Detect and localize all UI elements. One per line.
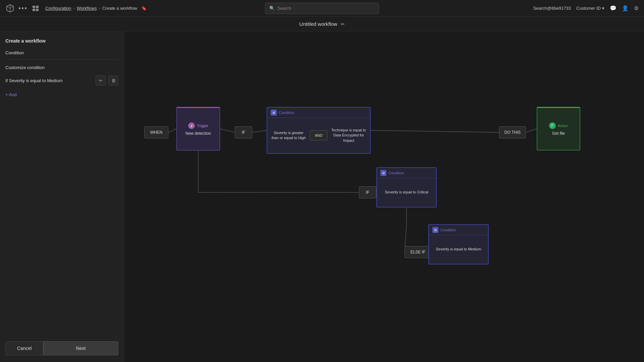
next-button[interactable]: Next	[43, 341, 118, 355]
bookmark-icon[interactable]: 🔖	[141, 6, 147, 11]
sidebar: Create a workflow Condition Customize co…	[0, 32, 124, 362]
nav-customer-id[interactable]: Customer ID ▾	[576, 6, 604, 11]
svg-line-6	[252, 130, 267, 132]
page-title: Untitled workflow	[299, 21, 337, 27]
condition-icon-3: ⚙	[432, 227, 438, 233]
condition-box-1[interactable]: ⚙ Condition Severity is greater than or …	[267, 107, 371, 154]
breadcrumb: Configuration › Workflows › Create a wor…	[45, 6, 147, 11]
if-label-1: IF	[242, 130, 246, 135]
condition-text: If Severity is equal to Medium	[5, 78, 63, 83]
trigger-content: New detection	[185, 131, 211, 136]
condition-text-1a: Severity is greater than or equal to Hig…	[270, 130, 307, 141]
nav-user[interactable]: Search@6be91733	[533, 6, 571, 11]
sidebar-condition-heading: Condition	[5, 50, 118, 60]
action-content: Get file	[552, 131, 565, 136]
main-layout: Create a workflow Condition Customize co…	[0, 32, 644, 362]
if-node-1[interactable]: IF	[235, 126, 252, 138]
and-node-1: AND	[310, 130, 327, 140]
settings-icon[interactable]: ⚙	[634, 5, 639, 11]
search-placeholder: Search	[277, 6, 291, 11]
delete-condition-button[interactable]: 🗑	[108, 75, 118, 85]
sidebar-customize-heading: Customize condition	[5, 65, 118, 70]
trigger-icon: ⚡	[188, 122, 195, 129]
search-bar[interactable]: 🔍 Search	[265, 3, 379, 14]
svg-rect-0	[33, 6, 35, 8]
svg-line-5	[220, 129, 235, 132]
else-if-label: ELSE IF	[411, 250, 426, 254]
workflow-canvas[interactable]: WHEN ⚡ Trigger New detection IF ⚙ Condit…	[124, 32, 644, 362]
sidebar-footer: Cancel Next	[5, 341, 118, 355]
condition-box-3[interactable]: ⚙ Condition Severity is equal to Medium	[428, 224, 489, 264]
trigger-node[interactable]: ⚡ Trigger New detection	[176, 107, 220, 150]
condition-actions: ✏ 🗑	[96, 75, 118, 85]
do-this-label: DO THIS	[504, 130, 521, 135]
breadcrumb-workflows[interactable]: Workflows	[77, 6, 97, 11]
top-nav: Configuration › Workflows › Create a wor…	[0, 0, 644, 17]
breadcrumb-current: Create a workflow	[102, 6, 137, 11]
condition-content-2: Severity is equal to Critical	[377, 178, 436, 206]
condition-row: If Severity is equal to Medium ✏ 🗑	[5, 75, 118, 85]
condition-text-3: Severity is equal to Medium	[432, 247, 485, 252]
action-node[interactable]: F Action Get file	[537, 107, 580, 150]
condition-icon-1: ⚙	[271, 110, 277, 116]
page-title-bar: Untitled workflow ✏	[0, 17, 644, 32]
nav-right: Search@6be91733 Customer ID ▾ 💬 👤 ⚙	[533, 5, 639, 11]
condition-label-2: Condition	[388, 171, 404, 175]
condition-content-1: Severity is greater than or equal to Hig…	[267, 118, 370, 153]
trigger-label: Trigger	[197, 124, 208, 128]
and-link[interactable]: + And	[5, 92, 118, 97]
condition-header-2: ⚙ Condition	[377, 168, 436, 178]
condition-text-1b: Technique is equal to Data Encrypted for…	[330, 128, 367, 143]
sidebar-title: Create a workflow	[5, 38, 118, 44]
edit-title-icon[interactable]: ✏	[341, 21, 345, 27]
condition-label-3: Condition	[440, 228, 456, 232]
condition-label-1: Condition	[279, 111, 294, 115]
if-label-2: IF	[366, 190, 370, 195]
svg-line-4	[168, 129, 176, 132]
condition-box-2[interactable]: ⚙ Condition Severity is equal to Critica…	[376, 167, 437, 207]
messages-icon[interactable]: 💬	[610, 5, 616, 11]
condition-content-3: Severity is equal to Medium	[429, 235, 488, 263]
else-if-node[interactable]: ELSE IF	[405, 246, 431, 258]
do-this-node[interactable]: DO THIS	[499, 126, 526, 138]
svg-rect-1	[36, 6, 39, 8]
if-node-2[interactable]: IF	[359, 186, 376, 198]
svg-line-8	[526, 129, 537, 132]
nav-dots[interactable]	[19, 7, 26, 9]
nav-grid-icon[interactable]	[31, 4, 41, 12]
svg-line-7	[371, 130, 499, 132]
logo-icon[interactable]	[5, 4, 15, 13]
cancel-button[interactable]: Cancel	[5, 341, 43, 355]
svg-rect-3	[36, 9, 39, 11]
search-icon: 🔍	[269, 6, 275, 11]
edit-condition-button[interactable]: ✏	[96, 75, 106, 85]
when-node[interactable]: WHEN	[144, 126, 168, 138]
breadcrumb-configuration[interactable]: Configuration	[45, 6, 71, 11]
condition-header-3: ⚙ Condition	[429, 225, 488, 235]
action-label: Action	[558, 124, 568, 128]
condition-icon-2: ⚙	[380, 170, 386, 176]
condition-header-1: ⚙ Condition	[267, 108, 370, 118]
user-icon[interactable]: 👤	[622, 5, 629, 11]
svg-rect-2	[33, 9, 35, 11]
action-icon: F	[549, 122, 556, 129]
condition-text-2: Severity is equal to Critical	[380, 190, 433, 195]
when-label: WHEN	[150, 130, 163, 135]
